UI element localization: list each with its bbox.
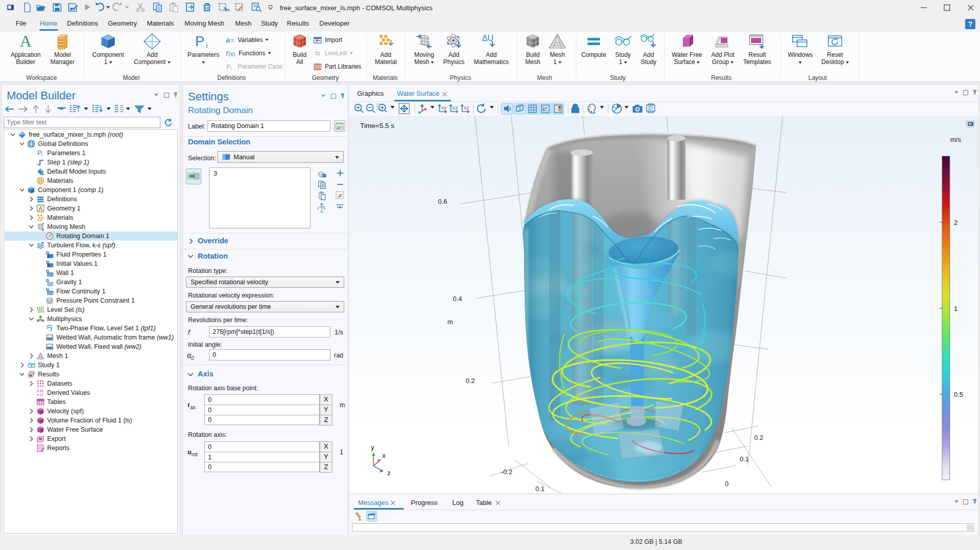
- svg-text:yz: yz: [452, 104, 458, 111]
- svg-text:i: i: [206, 41, 207, 50]
- svg-text:ΔU: ΔU: [482, 34, 493, 43]
- svg-text:(x): (x): [228, 51, 235, 57]
- svg-text:DC: DC: [48, 273, 53, 277]
- svg-text:xz: xz: [464, 104, 469, 111]
- svg-text:y: y: [371, 443, 374, 451]
- svg-text:i: i: [41, 153, 43, 157]
- svg-text:0.1: 0.1: [535, 485, 545, 493]
- svg-text:1: 1: [954, 305, 957, 312]
- svg-text:0.6: 0.6: [438, 198, 447, 205]
- svg-text:DG: DG: [48, 291, 53, 295]
- svg-text:D: D: [46, 278, 49, 283]
- svg-text:m: m: [447, 318, 453, 326]
- svg-text:Time=5.5 s: Time=5.5 s: [360, 122, 394, 130]
- svg-text:0.2: 0.2: [466, 377, 475, 385]
- svg-text:0.1: 0.1: [740, 455, 749, 463]
- svg-text:2: 2: [954, 219, 957, 226]
- svg-text:0.2: 0.2: [754, 434, 763, 441]
- svg-text:0.4: 0.4: [453, 295, 462, 303]
- svg-text:e-12: e-12: [37, 393, 44, 396]
- svg-text:-0.2: -0.2: [501, 468, 512, 476]
- svg-text:P: P: [226, 63, 231, 71]
- svg-text:xy: xy: [441, 104, 447, 111]
- svg-text:=: =: [231, 37, 234, 44]
- svg-text:x: x: [382, 452, 386, 459]
- svg-text:m/s: m/s: [950, 136, 961, 143]
- svg-text:8.85: 8.85: [37, 389, 44, 393]
- svg-text:z: z: [387, 469, 391, 477]
- svg-text:A: A: [38, 205, 43, 213]
- svg-text:a: a: [226, 36, 230, 44]
- svg-text:0.5: 0.5: [954, 391, 963, 398]
- svg-text:A: A: [19, 33, 31, 50]
- svg-text:i: i: [231, 66, 232, 71]
- svg-text:0: 0: [725, 480, 728, 488]
- svg-text:P: P: [195, 34, 204, 49]
